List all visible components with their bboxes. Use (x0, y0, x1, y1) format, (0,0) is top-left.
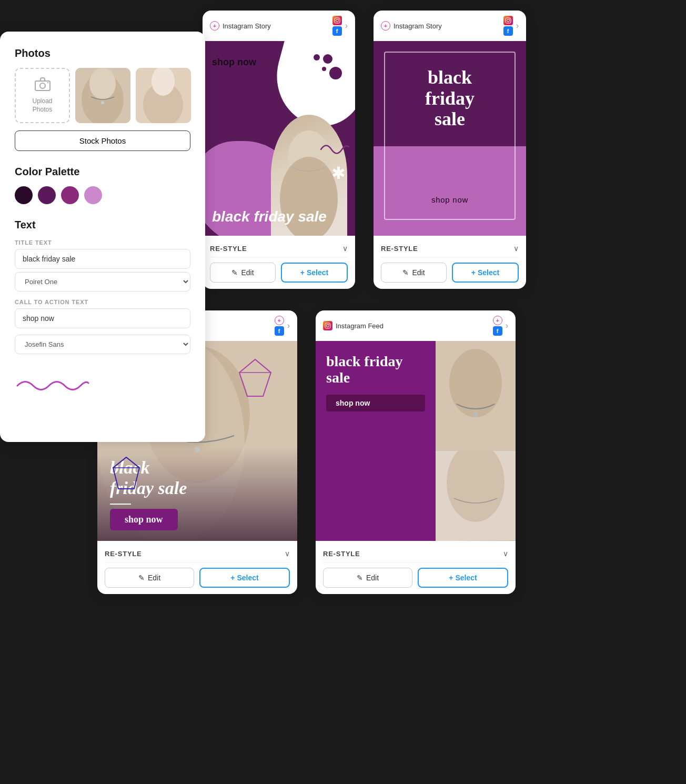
card-2-edit-label: Edit (412, 268, 425, 277)
card-2-add-icon[interactable]: + (381, 21, 390, 31)
card-2-footer: RE-STYLE ∨ ✎ Edit + Select (374, 236, 526, 289)
svg-line-30 (113, 457, 126, 468)
jewelry-photo-bg-1 (75, 68, 130, 123)
card-4-shop-btn: shop now (326, 395, 425, 411)
svg-marker-29 (113, 457, 139, 489)
photos-title: Photos (15, 47, 190, 59)
card-2-restyle-bar[interactable]: RE-STYLE ∨ (381, 240, 519, 257)
color-palette-title: Color Palette (15, 166, 190, 178)
svg-rect-10 (335, 18, 340, 23)
card-2-instagram-icon (503, 16, 513, 25)
card-3-footer: RE-STYLE ∨ ✎ Edit + Select (97, 541, 297, 594)
card-2-restyle-chevron: ∨ (513, 244, 519, 253)
jewelry-photo-bg-2 (136, 68, 191, 123)
card-1-restyle-label: RE-STYLE (210, 245, 247, 253)
card-4-select-label: + Select (449, 574, 477, 582)
svg-point-5 (89, 68, 116, 99)
color-palette-section: Color Palette (15, 166, 190, 204)
upload-label: UploadPhotos (32, 97, 52, 114)
card-3-add-icon[interactable]: + (275, 316, 284, 325)
svg-line-27 (255, 359, 271, 373)
card-3-select-button[interactable]: + Select (199, 568, 290, 588)
svg-rect-15 (506, 18, 511, 23)
upload-box[interactable]: UploadPhotos (15, 68, 70, 123)
card-3-restyle-label: RE-STYLE (105, 550, 142, 558)
card-2-shop-now: shop now (374, 195, 526, 204)
card-1-edit-icon: ✎ (231, 268, 238, 277)
card-1-template-image: shop now ✱ black friday sale (203, 41, 355, 236)
card-3-edit-button[interactable]: ✎ Edit (105, 568, 194, 588)
svg-rect-33 (325, 323, 330, 328)
color-swatch-3[interactable] (61, 186, 79, 204)
card-3-buttons: ✎ Edit + Select (105, 568, 290, 588)
card-3-restyle-bar[interactable]: RE-STYLE ∨ (105, 545, 290, 562)
svg-point-35 (329, 324, 330, 325)
photo-thumb-2[interactable] (136, 68, 191, 123)
card-4-left-section: black friday sale shop now (316, 341, 436, 541)
card-1-squiggle (318, 139, 350, 162)
card-1-select-label: + Select (300, 268, 328, 277)
card-1-edit-label: Edit (241, 268, 254, 277)
card-3-restyle-chevron: ∨ (285, 549, 290, 558)
card-3-divider (110, 504, 131, 505)
card-4-template-image: black friday sale shop now (316, 341, 516, 541)
color-swatch-1[interactable] (15, 186, 33, 204)
card-2-facebook-icon: f (503, 26, 513, 36)
card-4-photo-bottom (436, 451, 516, 541)
card-4-header-left: Instagram Feed (323, 321, 384, 330)
card-4-add-icon[interactable]: + (493, 316, 502, 325)
card-1-restyle-bar[interactable]: RE-STYLE ∨ (210, 240, 348, 257)
card-4-bg: black friday sale shop now (316, 341, 516, 541)
color-swatch-4[interactable] (84, 186, 102, 204)
card-1-type-label: Instagram Story (223, 22, 271, 30)
card-3-chevron-icon[interactable]: › (287, 321, 290, 330)
card-4-restyle-label: RE-STYLE (323, 550, 360, 558)
card-4-restyle-bar[interactable]: RE-STYLE ∨ (323, 545, 508, 562)
color-swatch-2[interactable] (38, 186, 56, 204)
card-2-select-button[interactable]: + Select (452, 263, 519, 283)
card-2-edit-button[interactable]: ✎ Edit (381, 263, 447, 283)
card-2-chevron-icon[interactable]: › (516, 21, 519, 31)
card-1-footer: RE-STYLE ∨ ✎ Edit + Select (203, 236, 355, 289)
card-4-edit-icon: ✎ (357, 574, 363, 582)
card-2-header-left: + Instagram Story (381, 21, 442, 31)
svg-point-11 (336, 19, 338, 22)
template-card-4: Instagram Feed + f › black friday sale s… (316, 310, 516, 594)
template-card-1: + Instagram Story f › (203, 11, 355, 289)
card-4-photo-top (436, 341, 516, 451)
card-1-chevron-icon[interactable]: › (345, 21, 348, 31)
card-1-facebook-icon: f (332, 26, 342, 36)
card-4-title: black friday sale (326, 354, 425, 386)
card-3-select-label: + Select (230, 574, 258, 582)
card-1-title: black friday sale (212, 209, 327, 225)
stock-photos-button[interactable]: Stock Photos (15, 130, 190, 151)
text-section: Text TITLE TEXT Poiret One CALL TO ACTIO… (15, 219, 190, 354)
cta-text-label: CALL TO ACTION TEXT (15, 299, 190, 305)
svg-marker-25 (239, 359, 271, 396)
svg-point-16 (507, 19, 509, 22)
card-2-bg: blackfridaysale shop now (374, 41, 526, 236)
card-1-select-button[interactable]: + Select (281, 263, 348, 283)
card-1-add-icon[interactable]: + (210, 21, 219, 31)
card-4-right-section (436, 341, 516, 541)
card-4-instagram-icon (323, 321, 332, 330)
font-selector-1[interactable]: Poiret One (15, 272, 190, 292)
cta-text-input[interactable] (15, 308, 190, 328)
card-2-template-image: blackfridaysale shop now (374, 41, 526, 236)
card-4-facebook-icon: f (493, 326, 502, 336)
card-1-header: + Instagram Story f › (203, 11, 355, 41)
card-4-chevron-icon[interactable]: › (506, 321, 508, 330)
card-4-select-button[interactable]: + Select (418, 568, 508, 588)
card-3-edit-icon: ✎ (138, 574, 145, 582)
title-text-input[interactable] (15, 249, 190, 269)
card-3-diamond-top (234, 357, 276, 401)
card-4-edit-button[interactable]: ✎ Edit (323, 568, 412, 588)
svg-line-31 (126, 457, 139, 468)
card-1-edit-button[interactable]: ✎ Edit (210, 263, 276, 283)
card-1-bg: shop now ✱ black friday sale (203, 41, 355, 236)
card-3-diamond-bottom (108, 455, 145, 494)
font-selector-2[interactable]: Josefin Sans (15, 335, 190, 354)
card-4-footer: RE-STYLE ∨ ✎ Edit + Select (316, 541, 516, 594)
card-4-header: Instagram Feed + f › (316, 310, 516, 341)
photo-thumb-1[interactable] (75, 68, 130, 123)
